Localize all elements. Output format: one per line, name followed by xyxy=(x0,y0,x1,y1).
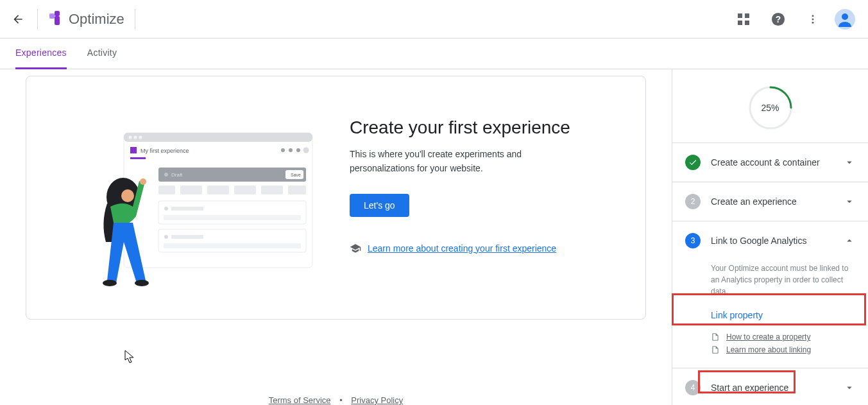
app-logo[interactable]: Optimize xyxy=(47,11,124,28)
lets-go-button[interactable]: Let's go xyxy=(350,194,409,217)
svg-rect-38 xyxy=(164,215,301,220)
svg-rect-6 xyxy=(745,21,749,25)
svg-point-17 xyxy=(139,136,142,139)
progress-percent: 25% xyxy=(747,85,794,131)
footer-links: Terms of Service • Privacy Policy xyxy=(0,395,672,405)
document-icon xyxy=(711,332,720,341)
step-title: Start an experience xyxy=(711,383,833,393)
svg-rect-14 xyxy=(124,133,312,142)
footer-separator: • xyxy=(339,395,343,405)
app-title: Optimize xyxy=(69,11,124,28)
svg-rect-32 xyxy=(234,185,256,194)
kebab-icon xyxy=(807,13,819,25)
nav-tabs: Experiences Activity xyxy=(0,39,868,69)
svg-point-47 xyxy=(140,178,146,185)
svg-rect-30 xyxy=(180,185,202,194)
tab-activity[interactable]: Activity xyxy=(87,39,117,69)
svg-rect-37 xyxy=(171,207,203,211)
svg-rect-0 xyxy=(49,13,55,19)
svg-rect-39 xyxy=(158,229,306,252)
svg-rect-18 xyxy=(130,147,137,153)
hero-card: My first experience Draft Save xyxy=(26,76,646,320)
svg-rect-29 xyxy=(158,185,175,194)
svg-text:Save: Save xyxy=(291,173,301,177)
svg-text:Draft: Draft xyxy=(171,172,183,178)
progress-indicator: 25% xyxy=(672,69,868,142)
svg-rect-41 xyxy=(171,235,203,239)
svg-rect-3 xyxy=(738,13,742,18)
svg-rect-31 xyxy=(207,185,229,194)
step-title: Create account & container xyxy=(711,157,833,168)
account-avatar[interactable] xyxy=(835,9,855,30)
chevron-down-icon xyxy=(844,382,855,393)
main-content: My first experience Draft Save xyxy=(0,69,672,405)
svg-rect-2 xyxy=(55,16,60,25)
chevron-down-icon xyxy=(844,157,855,168)
header-divider-2 xyxy=(135,9,135,30)
help-button[interactable]: ? xyxy=(765,6,791,32)
svg-rect-35 xyxy=(158,201,306,224)
svg-rect-4 xyxy=(745,13,749,18)
learn-more-link[interactable]: Learn more about creating your first exp… xyxy=(368,243,556,254)
chevron-up-icon xyxy=(844,235,855,246)
step-number-badge: 3 xyxy=(685,233,701,248)
svg-rect-42 xyxy=(164,243,301,248)
step-number-badge: 4 xyxy=(685,380,701,395)
hero-title: Create your first experience xyxy=(350,117,609,138)
mini-title: My first experience xyxy=(140,148,189,154)
svg-point-16 xyxy=(134,136,137,139)
svg-point-22 xyxy=(303,148,309,153)
school-icon xyxy=(350,243,361,254)
step-link-analytics[interactable]: 3 Link to Google Analytics xyxy=(672,221,868,260)
svg-point-25 xyxy=(164,173,168,177)
check-icon xyxy=(685,155,701,170)
help-learn-linking-link[interactable]: Learn more about linking xyxy=(726,345,811,354)
step-description: Your Optimize account must be linked to … xyxy=(711,263,855,297)
svg-rect-5 xyxy=(738,21,742,25)
svg-point-15 xyxy=(129,136,132,139)
optimize-logo-icon xyxy=(47,11,64,28)
user-icon xyxy=(837,12,853,27)
svg-point-9 xyxy=(812,15,814,17)
svg-rect-33 xyxy=(261,185,283,194)
svg-point-12 xyxy=(842,13,848,20)
link-property-button[interactable]: Link property xyxy=(706,306,768,324)
tab-experiences[interactable]: Experiences xyxy=(15,39,67,69)
hero-illustration: My first experience Draft Save xyxy=(62,102,319,293)
svg-point-11 xyxy=(812,21,814,23)
svg-point-45 xyxy=(103,280,117,286)
hero-subtitle: This is where you'll create experiments … xyxy=(350,147,581,176)
step-title: Link to Google Analytics xyxy=(711,236,833,246)
svg-point-46 xyxy=(135,280,149,286)
checklist-sidebar: 25% Create account & container 2 Create … xyxy=(672,69,868,405)
svg-point-36 xyxy=(164,207,168,211)
document-icon xyxy=(711,345,720,354)
help-icon: ? xyxy=(771,12,785,26)
step-create-experience[interactable]: 2 Create an experience xyxy=(672,182,868,221)
arrow-left-icon xyxy=(12,13,24,26)
header-divider xyxy=(37,9,38,30)
privacy-link[interactable]: Privacy Policy xyxy=(351,395,403,405)
help-create-property-link[interactable]: How to create a property xyxy=(726,332,810,341)
step-start-experience[interactable]: 4 Start an experience xyxy=(672,368,868,405)
apps-icon xyxy=(738,13,749,25)
svg-rect-34 xyxy=(288,185,306,194)
svg-rect-23 xyxy=(130,157,146,159)
chevron-down-icon xyxy=(844,196,855,207)
apps-button[interactable] xyxy=(731,6,756,32)
app-header: Optimize ? xyxy=(0,0,868,39)
svg-point-40 xyxy=(164,235,168,239)
svg-point-21 xyxy=(296,148,300,152)
step-create-account[interactable]: Create account & container xyxy=(672,142,868,182)
svg-point-44 xyxy=(121,189,134,202)
svg-text:?: ? xyxy=(776,14,781,24)
back-button[interactable] xyxy=(5,6,31,32)
svg-rect-1 xyxy=(55,11,60,16)
header-actions: ? xyxy=(731,6,863,32)
svg-point-10 xyxy=(812,18,814,20)
step-number-badge: 2 xyxy=(685,194,701,209)
terms-link[interactable]: Terms of Service xyxy=(269,395,331,405)
menu-button[interactable] xyxy=(800,6,826,32)
svg-point-19 xyxy=(281,148,285,152)
svg-point-20 xyxy=(289,148,293,152)
